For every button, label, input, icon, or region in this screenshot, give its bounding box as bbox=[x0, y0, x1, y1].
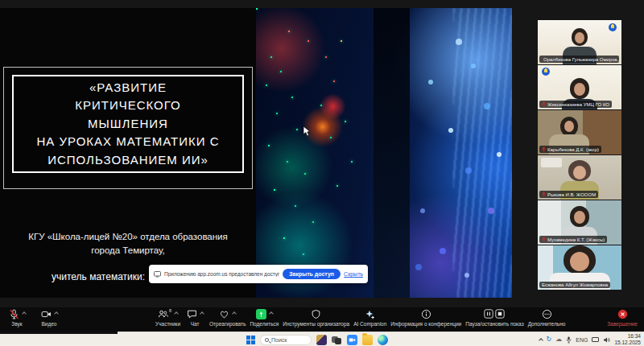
windows-taskbar: Поиск ↻ ☁ ENG 16:34 15.12.2025 bbox=[0, 332, 644, 346]
participants-sidebar: Оралбекова Гульжазира Омирха... Жексенка… bbox=[538, 20, 621, 290]
taskbar-clock[interactable]: 16:34 15.12.2025 bbox=[614, 333, 641, 346]
meeting-info-button[interactable]: Информация о конференции bbox=[390, 309, 461, 327]
slide-title-line: «РАЗВИТИЕ bbox=[14, 79, 242, 97]
share-options-caret[interactable] bbox=[269, 311, 274, 316]
avatar bbox=[575, 32, 584, 43]
slide-title-line: ИСПОЛЬЗОВАНИЕМ ИИ» bbox=[14, 151, 242, 170]
avatar bbox=[574, 83, 585, 96]
language-indicator[interactable]: ENG bbox=[576, 337, 588, 343]
school-logo-icon bbox=[609, 23, 617, 31]
muted-mic-icon bbox=[542, 192, 546, 197]
photo-led-digits bbox=[256, 8, 258, 10]
slide-teacher-text: учитель математики: bbox=[52, 271, 145, 282]
participant-video-5[interactable]: Мухамедина К.Т. (Жаксы) bbox=[538, 200, 621, 245]
avatar bbox=[574, 211, 585, 224]
participants-button[interactable]: 8 Участники bbox=[155, 309, 180, 327]
notification-text: Приложению app.zoom.us предоставлен дост… bbox=[164, 271, 279, 277]
stock-market-photo bbox=[256, 8, 512, 298]
tray-hidden-icons-chevron[interactable] bbox=[539, 338, 543, 343]
pause-stop-icon bbox=[484, 309, 505, 319]
slide-organization-text: КГУ «Школа-лицей №20» отдела образования… bbox=[0, 230, 256, 258]
search-icon bbox=[265, 338, 269, 342]
presentation-slide: «РАЗВИТИЕ КРИТИЧЕСКОГО МЫШЛЕНИЯ НА УРОКА… bbox=[0, 8, 256, 298]
chat-icon bbox=[187, 309, 197, 319]
participant-name-tag: Жексенказиева УМЦ ГО КО bbox=[539, 101, 612, 108]
avatar bbox=[570, 252, 589, 271]
muted-mic-icon bbox=[542, 101, 546, 107]
ai-companion-button[interactable]: AI Companion bbox=[353, 309, 386, 327]
mouse-cursor bbox=[303, 126, 311, 140]
participant-video-6-active-speaker[interactable]: Есжанова Айгул Жомартовна bbox=[538, 245, 621, 290]
participant-video-3[interactable]: Карыбекова Д.К. (экср) bbox=[538, 110, 621, 154]
audio-button[interactable]: Звук bbox=[6, 309, 27, 327]
muted-mic-icon bbox=[542, 146, 546, 152]
speaker-icon[interactable] bbox=[603, 336, 610, 344]
heart-icon bbox=[219, 309, 229, 319]
stop-share-access-button[interactable]: Закрыть доступ bbox=[283, 269, 341, 279]
chat-options-caret[interactable] bbox=[200, 311, 204, 316]
participant-name-tag: Мухамедина К.Т. (Жаксы) bbox=[539, 236, 607, 243]
share-screen-icon bbox=[256, 309, 266, 319]
window-edge-strip bbox=[0, 332, 118, 334]
sync-icon[interactable]: ↻ bbox=[547, 336, 552, 343]
meeting-toolbar: Звук Видео 8 Участники bbox=[0, 307, 644, 332]
shared-screen: «РАЗВИТИЕ КРИТИЧЕСКОГО МЫШЛЕНИЯ НА УРОКА… bbox=[0, 8, 512, 298]
participant-name-tag: Оралбекова Гульжазира Омирха... bbox=[539, 56, 619, 63]
participant-name-tag: Рыкова И.В. ЖОООМ bbox=[539, 191, 598, 198]
participants-count-badge: 8 bbox=[169, 308, 171, 313]
zoom-app-icon[interactable] bbox=[347, 335, 357, 345]
participants-icon bbox=[158, 309, 168, 319]
school-logo-icon bbox=[542, 68, 550, 76]
reactions-button[interactable]: Отреагировать bbox=[209, 309, 246, 327]
screen-icon bbox=[154, 271, 161, 278]
video-button[interactable]: Видео bbox=[39, 309, 60, 327]
participant-video-1[interactable]: Оралбекова Гульжазира Омирха... bbox=[538, 20, 621, 64]
file-explorer-icon[interactable] bbox=[362, 335, 373, 345]
end-meeting-icon bbox=[617, 309, 628, 319]
taskbar-app-icon[interactable] bbox=[316, 335, 327, 345]
info-icon bbox=[421, 309, 431, 319]
windows-start-button[interactable] bbox=[246, 336, 255, 344]
more-icon bbox=[542, 309, 552, 319]
taskbar-search-input[interactable]: Поиск bbox=[260, 335, 312, 345]
muted-mic-icon bbox=[542, 237, 546, 242]
more-button[interactable]: Дополнительно bbox=[528, 309, 566, 327]
participant-name-tag: Есжанова Айгул Жомартовна bbox=[539, 282, 610, 288]
share-screen-button[interactable]: Поделиться bbox=[250, 309, 279, 327]
avatar bbox=[573, 166, 586, 179]
slide-title-line: НА УРОКАХ МАТЕМАТИКИ С bbox=[14, 133, 242, 151]
slide-title-line: КРИТИЧЕСКОГО bbox=[14, 97, 242, 115]
slide-title-line: МЫШЛЕНИЯ bbox=[14, 115, 242, 134]
screen-share-notification: Приложению app.zoom.us предоставлен дост… bbox=[149, 265, 368, 283]
hide-notification-link[interactable]: Скрыть bbox=[344, 271, 363, 277]
zoom-meeting-window: «РАЗВИТИЕ КРИТИЧЕСКОГО МЫШЛЕНИЯ НА УРОКА… bbox=[0, 0, 644, 346]
end-meeting-button[interactable]: Завершение bbox=[607, 309, 638, 327]
task-view-icon[interactable] bbox=[332, 335, 342, 345]
participant-video-4[interactable]: Рыкова И.В. ЖОООМ bbox=[538, 155, 621, 200]
reactions-options-caret[interactable] bbox=[232, 311, 237, 316]
photo-light-streaks bbox=[453, 8, 512, 298]
host-tools-button[interactable]: Инструменты организатора bbox=[283, 309, 349, 327]
slide-title-box: «РАЗВИТИЕ КРИТИЧЕСКОГО МЫШЛЕНИЯ НА УРОКА… bbox=[12, 75, 244, 173]
tray-mic-icon[interactable] bbox=[566, 336, 572, 344]
pause-stop-share-button[interactable]: Пауза/остановить показ bbox=[465, 309, 523, 327]
camera-icon bbox=[41, 309, 52, 319]
sparkle-icon bbox=[365, 309, 375, 319]
cloud-icon[interactable]: ☁ bbox=[555, 336, 562, 343]
participant-name-tag: Карыбекова Д.К. (экср) bbox=[539, 146, 601, 153]
chat-button[interactable]: Чат bbox=[184, 309, 205, 327]
video-options-caret[interactable] bbox=[54, 311, 59, 316]
mic-muted-icon bbox=[9, 309, 19, 319]
audio-options-caret[interactable] bbox=[22, 311, 27, 316]
avatar bbox=[564, 121, 574, 132]
shield-icon bbox=[311, 309, 321, 319]
photo-pillar-silhouette bbox=[374, 8, 410, 298]
participants-options-caret[interactable] bbox=[174, 311, 179, 316]
edge-browser-icon[interactable] bbox=[378, 335, 388, 345]
display-icon[interactable] bbox=[592, 337, 599, 342]
participant-video-2[interactable]: Жексенказиева УМЦ ГО КО bbox=[538, 65, 621, 109]
